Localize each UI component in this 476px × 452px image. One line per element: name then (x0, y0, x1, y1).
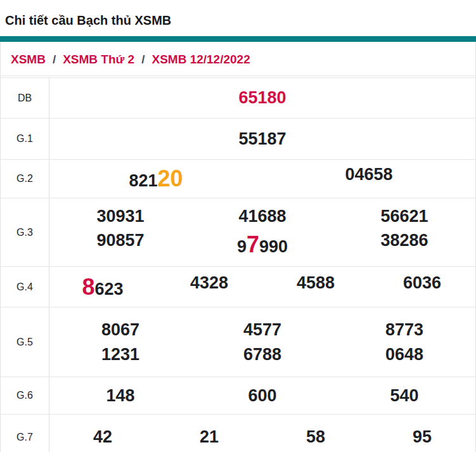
prize-number-segment: 56621 (380, 207, 428, 226)
prize-number: 0648 (333, 342, 475, 366)
prize-row-db: DB65180 (1, 78, 475, 119)
prize-row-content: 309314168856621908579799038286 (49, 198, 475, 266)
prize-number-segment: 38286 (380, 231, 428, 250)
prize-row-g6: G.6148600540 (1, 377, 475, 415)
prize-number: 21 (156, 425, 262, 449)
prize-line: 908579799038286 (49, 228, 475, 261)
prize-number-segment: 4588 (297, 273, 335, 292)
prize-number: 6788 (191, 342, 333, 366)
prize-row-g1: G.155187 (1, 119, 475, 160)
prize-row-content: 42215895 (49, 415, 475, 452)
prize-number-segment: 6788 (243, 345, 281, 364)
page-title: Chi tiết cầu Bạch thủ XSMB (0, 0, 476, 28)
prize-row-content: 148600540 (49, 377, 475, 414)
prize-row-label: G.6 (1, 377, 49, 414)
prize-number: 95 (369, 425, 475, 449)
breadcrumb-separator: / (141, 53, 145, 67)
prize-row-g3: G.3309314168856621908579799038286 (1, 198, 475, 267)
prize-number-segment: 623 (94, 280, 123, 299)
prize-number-segment: 30931 (96, 207, 144, 226)
prize-row-label: G.3 (1, 198, 49, 266)
prize-number-segment: 41688 (238, 207, 286, 226)
prize-line: 55187 (49, 127, 475, 151)
prize-number-segment: 20 (158, 165, 183, 191)
prize-number: 1231 (49, 342, 191, 366)
prize-number-segment: 65180 (238, 88, 286, 107)
prize-row-label: G.4 (1, 267, 49, 307)
accent-bar (0, 36, 476, 42)
prize-number: 4588 (262, 271, 369, 303)
prize-row-label: G.7 (1, 415, 49, 452)
prize-number-segment: 821 (129, 171, 157, 190)
prize-number: 41688 (191, 204, 333, 228)
results-panel: XSMB / XSMB Thứ 2 / XSMB 12/12/2022 DB65… (0, 42, 476, 452)
prize-number-segment: 0648 (385, 345, 423, 364)
prize-number-segment: 8 (82, 274, 94, 300)
prize-number-segment: 4577 (243, 320, 281, 339)
prize-number-segment: 58 (306, 427, 325, 446)
prize-row-g4: G.48623432845886036 (1, 267, 475, 307)
prize-row-content: 8623432845886036 (49, 267, 475, 307)
prize-line: 42215895 (49, 425, 475, 449)
prize-number-segment: 4328 (190, 273, 228, 292)
prize-table: DB65180G.155187G.28212004658G.3309314168… (1, 77, 475, 452)
prize-line: 123167880648 (49, 342, 475, 366)
prize-number: 04658 (262, 162, 475, 195)
prize-row-g2: G.28212004658 (1, 160, 475, 198)
prize-number-segment: 21 (200, 427, 219, 446)
prize-number: 4577 (191, 318, 333, 342)
prize-number-segment: 600 (248, 386, 276, 405)
prize-line: 65180 (49, 86, 475, 110)
prize-number-segment: 7 (247, 231, 259, 257)
prize-number-segment: 8773 (385, 320, 423, 339)
prize-line: 148600540 (49, 384, 475, 408)
prize-number: 82120 (49, 162, 262, 195)
breadcrumb-link-xsmb-thu-2[interactable]: XSMB Thứ 2 (63, 53, 134, 67)
prize-number: 8067 (49, 318, 191, 342)
prize-row-g5: G.5806745778773123167880648 (1, 307, 475, 377)
prize-number: 58 (262, 425, 369, 449)
prize-number-segment: 55187 (238, 129, 286, 148)
prize-row-label: G.2 (1, 160, 49, 198)
prize-line: 806745778773 (49, 318, 475, 342)
prize-number-segment: 990 (259, 237, 288, 256)
prize-row-content: 55187 (49, 119, 475, 159)
prize-number: 600 (191, 384, 333, 408)
prize-number-segment: 540 (390, 386, 418, 405)
prize-number: 97990 (191, 228, 333, 261)
prize-row-label: G.5 (1, 307, 49, 377)
prize-number: 38286 (333, 228, 475, 261)
prize-number-segment: 148 (106, 386, 134, 405)
prize-number: 55187 (49, 127, 475, 151)
breadcrumb-separator: / (53, 53, 56, 67)
prize-row-content: 806745778773123167880648 (49, 307, 475, 377)
prize-number-segment: 42 (93, 427, 112, 446)
prize-number: 540 (333, 384, 475, 408)
prize-number-segment: 95 (413, 427, 432, 446)
prize-number-segment: 1231 (101, 345, 139, 364)
prize-number-segment: 9 (237, 237, 247, 256)
prize-line: 8623432845886036 (49, 271, 475, 303)
breadcrumb: XSMB / XSMB Thứ 2 / XSMB 12/12/2022 (1, 42, 475, 76)
prize-line: 8212004658 (49, 162, 475, 195)
prize-row-label: G.1 (1, 119, 49, 159)
prize-number: 42 (49, 425, 156, 449)
breadcrumb-link-xsmb[interactable]: XSMB (11, 53, 46, 67)
prize-number: 30931 (49, 204, 191, 228)
prize-number: 4328 (156, 271, 262, 303)
prize-number: 148 (49, 384, 191, 408)
prize-number-segment: 6036 (403, 273, 441, 292)
prize-number-segment: 8067 (101, 320, 139, 339)
prize-number: 8773 (333, 318, 475, 342)
prize-number: 90857 (49, 228, 191, 261)
prize-number: 65180 (49, 86, 475, 110)
prize-line: 309314168856621 (49, 204, 475, 228)
prize-row-g7: G.742215895 (1, 415, 475, 452)
prize-number-segment: 04658 (345, 165, 392, 184)
breadcrumb-link-xsmb-date[interactable]: XSMB 12/12/2022 (151, 53, 250, 67)
prize-number-segment: 90857 (96, 231, 144, 250)
prize-number: 56621 (333, 204, 475, 228)
prize-row-label: DB (1, 78, 49, 118)
prize-number: 8623 (49, 271, 156, 303)
prize-number: 6036 (369, 271, 475, 303)
